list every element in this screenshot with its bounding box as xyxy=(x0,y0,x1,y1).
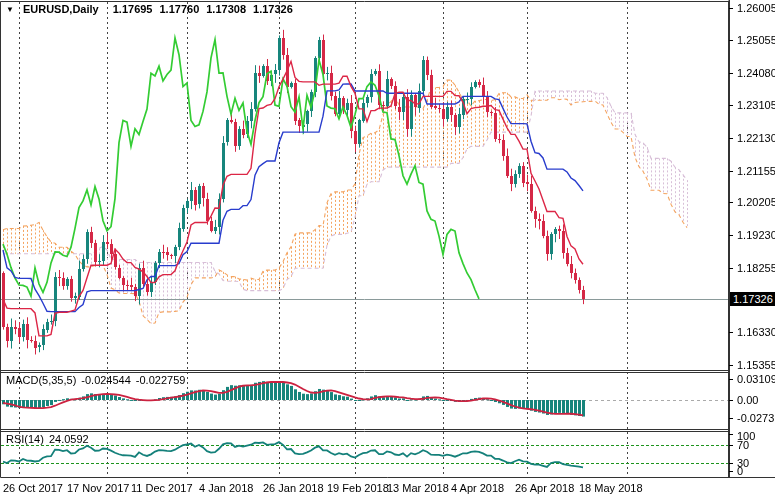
macd-axis-label: -0.0273 xyxy=(737,412,774,424)
date-axis-label: 11 Dec 2017 xyxy=(131,482,193,494)
price-axis-label: 1.26005 xyxy=(737,2,775,14)
price-axis-label: 1.24080 xyxy=(737,67,775,79)
rsi-value: 24.0592 xyxy=(49,433,89,445)
date-axis-label: 18 May 2018 xyxy=(579,482,643,494)
rsi-header: RSI(14) 24.0592 xyxy=(6,433,89,445)
price-axis-label: 1.18255 xyxy=(737,262,775,274)
chart-window: ▼ EURUSD,Daily 1.17695 1.17760 1.17308 1… xyxy=(0,0,775,498)
price-axis-label: 1.25055 xyxy=(737,34,775,46)
date-axis-label: 4 Jan 2018 xyxy=(199,482,253,494)
date-axis-label: 26 Oct 2017 xyxy=(3,482,63,494)
date-axis-label: 13 Mar 2018 xyxy=(387,482,449,494)
price-axis-label: 1.23105 xyxy=(737,99,775,111)
current-price-label: 1.17326 xyxy=(730,292,775,306)
quote-open: 1.17695 xyxy=(113,3,153,15)
price-chart-canvas[interactable] xyxy=(0,0,775,498)
macd-value-signal: -0.022759 xyxy=(136,374,186,386)
macd-value-main: -0.024544 xyxy=(81,374,131,386)
price-axis-label: 1.21155 xyxy=(737,165,775,177)
macd-header: MACD(5,35,5) -0.024544 -0.022759 xyxy=(6,374,185,386)
quote-low: 1.17308 xyxy=(206,3,246,15)
macd-title: MACD(5,35,5) xyxy=(6,374,76,386)
date-axis-label: 26 Jan 2018 xyxy=(263,482,324,494)
price-axis-label: 1.15355 xyxy=(737,359,775,371)
price-axis-label: 1.19230 xyxy=(737,229,775,241)
chart-header: ▼ EURUSD,Daily 1.17695 1.17760 1.17308 1… xyxy=(6,3,293,15)
price-axis-label: 1.16330 xyxy=(737,326,775,338)
ohlc-dropdown-arrow[interactable]: ▼ xyxy=(6,5,14,14)
date-axis-label: 19 Feb 2018 xyxy=(327,482,389,494)
time-axis[interactable]: 26 Oct 201717 Nov 201711 Dec 20174 Jan 2… xyxy=(0,480,729,498)
price-axis-label: 1.20205 xyxy=(737,196,775,208)
rsi-axis-label: 70 xyxy=(737,439,749,451)
quote-close: 1.17326 xyxy=(253,3,293,15)
date-axis-label: 26 Apr 2018 xyxy=(515,482,574,494)
macd-axis-label: 0.00 xyxy=(737,394,758,406)
quote-high: 1.17760 xyxy=(159,3,199,15)
rsi-title: RSI(14) xyxy=(6,433,44,445)
rsi-axis-label: 0 xyxy=(737,465,743,477)
symbol-period-label: EURUSD,Daily xyxy=(23,3,99,15)
date-axis-label: 4 Apr 2018 xyxy=(451,482,504,494)
macd-axis-label: 0.03109 xyxy=(737,373,775,385)
price-axis-label: 1.22130 xyxy=(737,132,775,144)
date-axis-label: 17 Nov 2017 xyxy=(67,482,129,494)
